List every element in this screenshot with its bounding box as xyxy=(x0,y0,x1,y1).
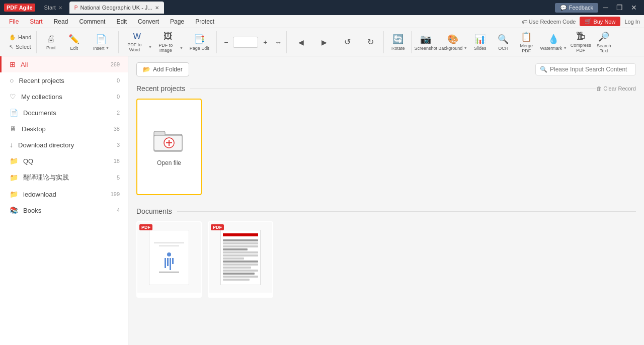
sidebar-iedownload-count: 199 xyxy=(111,191,120,197)
prev-page-button[interactable]: ◀ xyxy=(290,31,312,53)
recent-section-divider xyxy=(190,89,596,89)
menu-page[interactable]: Page xyxy=(165,17,189,27)
undo-button[interactable]: ↺ xyxy=(336,31,358,53)
insert-icon: 📄 xyxy=(96,34,107,45)
open-file-card[interactable]: Open file xyxy=(136,99,202,195)
merge-pdf-button[interactable]: 📋 Merge PDF xyxy=(515,31,537,53)
hand-tool-button[interactable]: ✋ Hand xyxy=(6,33,34,42)
preview-text xyxy=(223,239,258,241)
search-text-button[interactable]: 🔎 Search Text xyxy=(593,31,615,53)
sidebar-item-translation[interactable]: 📁 翻译理论与实践 5 xyxy=(0,169,128,186)
content-header: 📂 Add Folder 🔍 xyxy=(128,56,644,82)
preview-text xyxy=(223,245,258,247)
app-name-text: PDF Agile xyxy=(7,5,33,11)
print-button[interactable]: 🖨 Print xyxy=(40,31,62,53)
feedback-label: Feedback xyxy=(569,5,593,11)
search-input[interactable] xyxy=(550,66,630,73)
menu-file[interactable]: File xyxy=(4,17,24,27)
insert-button[interactable]: 📄 Insert ▼ xyxy=(86,31,116,53)
preview-text xyxy=(223,261,258,263)
open-file-label: Open file xyxy=(157,159,181,166)
watermark-icon: 💧 xyxy=(548,34,559,45)
search-box: 🔍 xyxy=(535,63,636,75)
sidebar-item-qq[interactable]: 📁 QQ 18 xyxy=(0,153,128,169)
close-window-button[interactable]: ✕ xyxy=(628,2,640,14)
clear-record-button[interactable]: 🗑 Clear Record xyxy=(596,85,636,92)
sidebar-all-count: 269 xyxy=(111,61,120,67)
sidebar-item-collections[interactable]: ♡ My collections 0 xyxy=(0,89,128,105)
pdf-to-image-button[interactable]: 🖼 PDF to Image ▼ xyxy=(153,31,183,53)
feedback-icon: 💬 xyxy=(560,5,567,11)
feedback-button[interactable]: 💬 Feedback xyxy=(555,3,598,13)
documents-section: Documents PDF xyxy=(128,207,644,306)
background-button[interactable]: 🎨 Background ▼ xyxy=(438,31,468,53)
add-folder-icon: 📂 xyxy=(143,66,150,73)
zoom-input[interactable] xyxy=(233,37,258,48)
documents-section-title: Documents xyxy=(136,207,172,215)
preview-text xyxy=(223,279,250,281)
page-edit-button[interactable]: 📑 Page Edit xyxy=(184,31,214,53)
menu-read[interactable]: Read xyxy=(49,17,73,27)
pdf-badge-1: PDF xyxy=(139,224,152,230)
fit-width-button[interactable]: ↔ xyxy=(272,36,284,48)
edit-button[interactable]: ✏️ Edit xyxy=(63,31,85,53)
sidebar-item-desktop[interactable]: 🖥 Desktop 38 xyxy=(0,121,128,137)
redeem-button[interactable]: 🏷 Use Redeem Code xyxy=(522,19,576,25)
pdf-to-word-button[interactable]: W PDF to Word ▼ xyxy=(122,31,152,53)
tab-national-geographic[interactable]: P National Geographic UK - J... ✕ xyxy=(69,2,164,14)
menu-start[interactable]: Start xyxy=(25,17,47,27)
document-card-2[interactable]: PDF xyxy=(208,221,273,298)
sidebar-item-download[interactable]: ↓ Download directory 3 xyxy=(0,137,128,153)
preview-text xyxy=(223,257,244,260)
slides-icon: 📊 xyxy=(474,34,486,45)
ocr-button[interactable]: 🔍 OCR xyxy=(492,31,514,53)
sidebar-item-documents[interactable]: 📄 Documents 2 xyxy=(0,105,128,121)
sidebar-item-recent[interactable]: ○ Recent projects 0 xyxy=(0,72,128,89)
menu-comment[interactable]: Comment xyxy=(74,17,110,27)
zoom-in-button[interactable]: + xyxy=(259,36,271,48)
redo-button[interactable]: ↻ xyxy=(359,31,381,53)
menu-convert[interactable]: Convert xyxy=(133,17,164,27)
document-card-1[interactable]: PDF xyxy=(136,221,202,298)
content-area: 📂 Add Folder 🔍 Recent projects 🗑 Clear R… xyxy=(128,56,644,345)
recent-section-header: Recent projects 🗑 Clear Record xyxy=(136,84,636,93)
redeem-icon: 🏷 xyxy=(522,19,527,25)
menu-protect[interactable]: Protect xyxy=(190,17,219,27)
close-start-tab-icon[interactable]: ✕ xyxy=(58,5,62,11)
buy-now-button[interactable]: 🛒 Buy Now xyxy=(580,17,620,26)
add-folder-button[interactable]: 📂 Add Folder xyxy=(136,62,189,76)
minimize-button[interactable]: ─ xyxy=(600,2,611,14)
rotate-button[interactable]: 🔄 Rotate xyxy=(387,31,409,53)
select-label: Select xyxy=(16,44,31,50)
watermark-label: Watermark xyxy=(540,46,562,51)
pdf-to-word-label: PDF to Word xyxy=(122,42,147,52)
next-page-button[interactable]: ▶ xyxy=(313,31,335,53)
menu-edit[interactable]: Edit xyxy=(111,17,132,27)
doc1-preview xyxy=(149,230,189,285)
screenshot-button[interactable]: 📷 Screenshot xyxy=(415,31,437,53)
slides-button[interactable]: 📊 Slides xyxy=(469,31,491,53)
merge-pdf-label: Merge PDF xyxy=(515,43,537,53)
toolbar-pagenav-group: ◀ ▶ ↺ ↻ xyxy=(288,31,384,53)
watermark-button[interactable]: 💧 Watermark ▼ xyxy=(538,31,569,53)
toolbar-hand-select-group: ✋ Hand ↖ Select xyxy=(4,31,37,53)
zoom-out-button[interactable]: − xyxy=(220,36,232,48)
login-button[interactable]: Log In xyxy=(624,19,640,25)
sidebar-item-books[interactable]: 📚 Books 4 xyxy=(0,202,128,218)
cart-icon: 🛒 xyxy=(585,18,592,25)
compress-pdf-button[interactable]: 🗜 Compress PDF xyxy=(570,31,592,53)
doc2-preview xyxy=(220,230,261,285)
restore-button[interactable]: ❐ xyxy=(613,2,626,14)
close-ng-tab-icon[interactable]: ✕ xyxy=(155,5,159,11)
documents-icon: 📄 xyxy=(10,109,18,117)
sidebar-recent-count: 0 xyxy=(117,77,120,83)
preview-text xyxy=(223,251,258,253)
sidebar-item-all[interactable]: ⊞ All 269 xyxy=(0,56,128,72)
recent-section: Recent projects 🗑 Clear Record xyxy=(128,84,644,203)
recent-section-title: Recent projects xyxy=(136,84,185,93)
search-icon: 🔍 xyxy=(540,66,547,73)
sidebar-item-iedownload[interactable]: 📁 iedownload 199 xyxy=(0,186,128,202)
tab-start[interactable]: Start ✕ xyxy=(39,2,67,14)
doc1-thumbnail: PDF xyxy=(137,222,201,293)
select-tool-button[interactable]: ↖ Select xyxy=(6,43,34,51)
